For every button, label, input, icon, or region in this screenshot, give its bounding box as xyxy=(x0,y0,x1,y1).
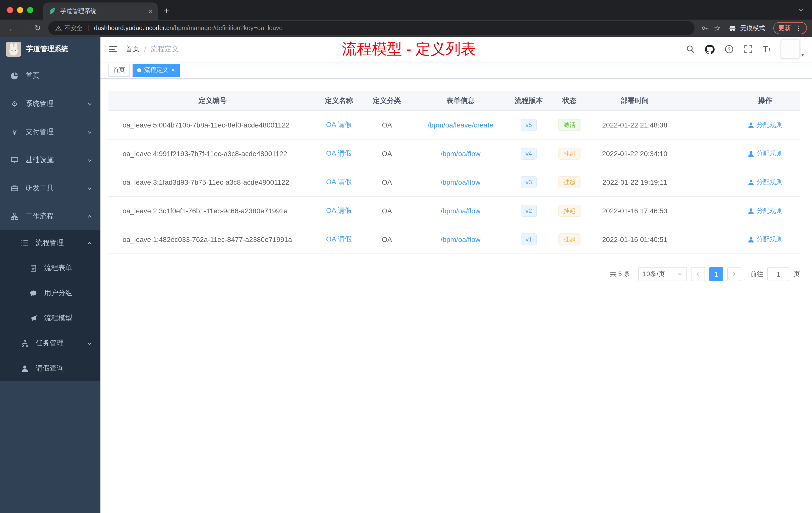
user-avatar xyxy=(781,40,800,59)
sidebar-item-process-form[interactable]: 流程表单 xyxy=(0,255,100,280)
sidebar-item-label: 流程表单 xyxy=(44,264,72,273)
github-icon[interactable] xyxy=(705,44,715,54)
deploy-time-cell: 2022-01-22 19:19:11 xyxy=(589,168,680,196)
column-header: 定义分类 xyxy=(361,91,413,111)
sidebar-toggle-icon[interactable] xyxy=(100,44,125,54)
back-button[interactable]: ← xyxy=(5,24,18,32)
chevron-down-icon xyxy=(87,101,92,107)
definition-name-link[interactable]: OA 请假 xyxy=(326,149,352,158)
browser-update-button[interactable]: 更新 ⋮ xyxy=(773,22,807,34)
form-link[interactable]: /bpm/oa/flow xyxy=(441,178,481,186)
workflow-submenu: 流程管理 流程表单 用户分组 流程模型 xyxy=(0,231,100,381)
sidebar-item-workflow[interactable]: 工作流程 xyxy=(0,202,100,231)
close-window-button[interactable] xyxy=(7,7,13,13)
tab-menu-chevron-icon[interactable] xyxy=(798,7,804,13)
version-tag: v5 xyxy=(521,119,537,131)
column-header: 流程版本 xyxy=(508,91,549,111)
user-menu[interactable]: ▾ xyxy=(781,40,804,59)
sidebar-item-label: 流程管理 xyxy=(36,238,64,247)
help-icon[interactable]: ? xyxy=(725,45,734,54)
form-link[interactable]: /bpm/oa/flow xyxy=(441,150,481,158)
update-label: 更新 xyxy=(778,24,791,32)
page-title-annotation: 流程模型 - 定义列表 xyxy=(342,39,475,59)
status-badge: 挂起 xyxy=(558,205,580,217)
sidebar-item-task-management[interactable]: 任务管理 xyxy=(0,331,100,356)
logo-avatar xyxy=(6,42,21,57)
category-cell: OA xyxy=(361,225,413,253)
chat-group-icon xyxy=(29,290,38,297)
form-link[interactable]: /bpm/oa/leave/create xyxy=(428,121,493,129)
breadcrumb-home[interactable]: 首页 xyxy=(125,45,140,54)
version-tag: v4 xyxy=(521,148,537,160)
zoom-window-button[interactable] xyxy=(27,7,33,13)
assign-rule-link[interactable]: 分配规则 xyxy=(748,178,783,187)
definition-name-link[interactable]: OA 请假 xyxy=(326,235,352,244)
sidebar-item-home[interactable]: 首页 xyxy=(0,62,100,90)
assign-rule-link[interactable]: 分配规则 xyxy=(748,206,783,215)
definition-name-link[interactable]: OA 请假 xyxy=(326,206,352,215)
form-link[interactable]: /bpm/oa/flow xyxy=(441,207,481,215)
browser-toolbar: ← → ↻ 不安全 | dashboard.yudao.iocoder.cn/b… xyxy=(0,20,812,37)
tag-home[interactable]: 首页 xyxy=(109,63,129,77)
chevron-down-icon xyxy=(677,272,683,277)
sidebar-item-process-management[interactable]: 流程管理 xyxy=(0,231,100,255)
password-key-icon[interactable] xyxy=(701,24,709,32)
table-row: oa_leave:1:482ec033-762a-11ec-8477-a2380… xyxy=(109,225,800,254)
definition-id-cell: oa_leave:4:991f2193-7b7f-11ec-a3c8-acde4… xyxy=(109,140,317,168)
status-badge: 挂起 xyxy=(558,148,580,160)
column-header: 定义名称 xyxy=(317,91,361,111)
sidebar-item-devtools[interactable]: 研发工具 xyxy=(0,174,100,202)
svg-text:?: ? xyxy=(728,47,731,52)
bookmark-star-icon[interactable]: ☆ xyxy=(714,24,721,33)
incognito-icon xyxy=(728,24,737,32)
sidebar-item-system[interactable]: ⚙ 系统管理 xyxy=(0,90,100,118)
person-icon xyxy=(748,122,754,128)
forward-button[interactable]: → xyxy=(18,24,31,32)
assign-rule-link[interactable]: 分配规则 xyxy=(748,235,783,244)
browser-chrome: 芋道管理系统 × + ← → ↻ 不安全 | dashboard.yudao.i… xyxy=(0,0,812,37)
reload-button[interactable]: ↻ xyxy=(31,24,44,33)
new-tab-button[interactable]: + xyxy=(164,6,169,16)
browser-tab[interactable]: 芋道管理系统 × xyxy=(43,2,158,20)
definition-id-cell: oa_leave:3:1fad3d93-7b75-11ec-a3c8-acde4… xyxy=(109,168,317,196)
sidebar-item-process-model[interactable]: 流程模型 xyxy=(0,306,100,331)
version-tag: v3 xyxy=(521,176,537,188)
assign-rule-link[interactable]: 分配规则 xyxy=(748,120,783,129)
paper-plane-icon xyxy=(29,314,38,322)
browser-tabstrip: 芋道管理系统 × + xyxy=(0,0,812,20)
font-size-icon[interactable]: TT xyxy=(763,45,771,54)
category-cell: OA xyxy=(361,140,413,168)
fullscreen-icon[interactable] xyxy=(744,45,753,54)
sidebar-item-infrastructure[interactable]: 基础设施 xyxy=(0,146,100,174)
security-indicator[interactable]: 不安全 xyxy=(55,24,82,32)
sidebar-item-payment[interactable]: ¥ 支付管理 xyxy=(0,118,100,146)
next-page-button[interactable] xyxy=(727,267,741,281)
minimize-window-button[interactable] xyxy=(17,7,23,13)
form-link[interactable]: /bpm/oa/flow xyxy=(441,235,481,243)
sidebar-item-leave-query[interactable]: 请假查询 xyxy=(0,356,100,381)
tag-process-definition[interactable]: 流程定义 × xyxy=(133,63,179,77)
sidebar: 芋道管理系统 首页 ⚙ 系统管理 ¥ 支付管理 xyxy=(0,37,100,513)
yen-icon: ¥ xyxy=(10,128,19,136)
address-bar[interactable]: 不安全 | dashboard.yudao.iocoder.cn/bpm/man… xyxy=(48,21,694,35)
definition-id-cell: oa_leave:2:3c1f0ef1-76b1-11ec-9c66-a2380… xyxy=(109,197,317,225)
page-number-button[interactable]: 1 xyxy=(709,267,723,281)
workflow-icon xyxy=(10,212,19,220)
person-icon xyxy=(748,179,754,185)
status-badge: 挂起 xyxy=(558,176,580,188)
tag-close-icon[interactable]: × xyxy=(171,67,175,73)
tab-close-icon[interactable]: × xyxy=(148,7,153,15)
sidebar-item-label: 支付管理 xyxy=(26,127,54,137)
definition-name-link[interactable]: OA 请假 xyxy=(326,178,352,187)
search-icon[interactable] xyxy=(686,45,695,54)
page-size-select[interactable]: 10条/页 xyxy=(638,267,687,281)
definition-name-link[interactable]: OA 请假 xyxy=(326,120,352,129)
prev-page-button[interactable] xyxy=(691,267,705,281)
navbar-actions: ? TT ▾ xyxy=(686,40,812,59)
table-row: oa_leave:4:991f2193-7b7f-11ec-a3c8-acde4… xyxy=(109,140,800,168)
browser-menu-icon[interactable]: ⋮ xyxy=(795,24,802,32)
assign-rule-link[interactable]: 分配规则 xyxy=(748,149,783,158)
sidebar-item-user-group[interactable]: 用户分组 xyxy=(0,280,100,306)
caret-down-icon: ▾ xyxy=(802,52,804,58)
page-goto-input[interactable] xyxy=(767,267,789,281)
